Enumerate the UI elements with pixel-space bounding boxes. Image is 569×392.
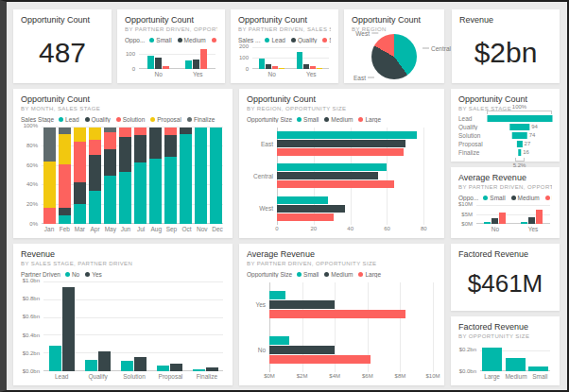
tile-revenue-card[interactable]: Revenue $2bn	[452, 9, 560, 83]
legend-item[interactable]: Large	[212, 37, 217, 43]
funnel-bar[interactable]	[516, 141, 522, 147]
legend-item[interactable]: Qualify	[291, 37, 317, 43]
tile-opportunity-count-card[interactable]: Opportunity Count 487	[13, 9, 112, 83]
legend-item[interactable]: Qualify	[85, 116, 111, 123]
bar[interactable]	[269, 346, 335, 354]
stack-segment[interactable]	[210, 128, 222, 224]
bar[interactable]	[297, 52, 302, 69]
bar[interactable]	[269, 355, 371, 364]
bar[interactable]	[277, 180, 394, 188]
stack-segment[interactable]	[74, 204, 86, 224]
bar[interactable]	[49, 346, 61, 371]
stack-segment[interactable]	[164, 157, 177, 224]
bar[interactable]	[259, 59, 265, 69]
tile-opp-count-region-size[interactable]: Opportunity Count BY REGION, OPPORTUNITY…	[239, 89, 444, 238]
stack-segment[interactable]	[134, 162, 147, 224]
stack-segment[interactable]	[43, 162, 56, 208]
bar[interactable]	[303, 64, 309, 69]
bar[interactable]	[317, 68, 322, 69]
legend-item[interactable]: Lead	[59, 116, 78, 123]
bar[interactable]	[193, 60, 199, 69]
bar[interactable]	[157, 366, 169, 371]
legend-item[interactable]: Finalize	[187, 116, 215, 123]
stack-segment[interactable]	[119, 137, 131, 172]
tile-opp-count-partner-stage[interactable]: Opportunity Count BY PARTNER DRIVEN, SAL…	[231, 9, 338, 83]
legend-item[interactable]: Large	[358, 116, 381, 123]
bar[interactable]	[185, 60, 192, 69]
stack-segment[interactable]	[89, 128, 101, 140]
stack-segment[interactable]	[164, 135, 177, 156]
bar[interactable]	[121, 361, 133, 371]
bar[interactable]	[528, 217, 535, 224]
bar[interactable]	[170, 364, 182, 371]
stack-segment[interactable]	[119, 172, 131, 224]
bar[interactable]	[277, 213, 334, 221]
stack-segment[interactable]	[43, 128, 56, 162]
bar[interactable]	[277, 140, 405, 147]
legend-item[interactable]: Proposal	[150, 116, 181, 123]
bar[interactable]	[482, 348, 502, 371]
legend-item[interactable]: No	[65, 271, 79, 278]
tile-opp-count-stage-funnel[interactable]: Opportunity Count BY SALES STAGE 100%Lea…	[451, 89, 560, 162]
funnel-bar[interactable]	[518, 149, 521, 156]
legend-item[interactable]: Yes	[85, 271, 102, 278]
stack-segment[interactable]	[104, 132, 116, 149]
bar[interactable]	[62, 287, 75, 371]
stack-segment[interactable]	[43, 208, 56, 224]
legend-item[interactable]: Small	[297, 116, 319, 123]
bar[interactable]	[163, 66, 169, 69]
tile-factored-revenue-card[interactable]: Factored Revenue $461M	[451, 244, 560, 311]
stack-segment[interactable]	[119, 128, 131, 137]
legend-item[interactable]: Medium	[511, 195, 540, 201]
stack-segment[interactable]	[74, 182, 86, 203]
tile-opp-count-month-stage[interactable]: Opportunity Count BY MONTH, SALES STAGE …	[13, 89, 233, 238]
bar[interactable]	[269, 291, 285, 299]
bar[interactable]	[277, 172, 378, 179]
legend-item[interactable]: Small	[149, 37, 171, 43]
bar[interactable]	[269, 336, 289, 345]
stack-segment[interactable]	[180, 128, 192, 134]
bar[interactable]	[98, 351, 111, 371]
bar[interactable]	[536, 210, 543, 224]
pie-chart[interactable]	[371, 34, 417, 79]
legend-item[interactable]: Solution	[116, 116, 146, 123]
tile-opp-count-region-pie[interactable]: Opportunity Count BY REGION CentralEastW…	[344, 9, 444, 83]
stack-segment[interactable]	[134, 135, 147, 162]
bar[interactable]	[279, 68, 284, 69]
stack-segment[interactable]	[59, 215, 71, 224]
bar[interactable]	[277, 196, 328, 204]
bar[interactable]	[277, 131, 417, 139]
bar[interactable]	[155, 58, 162, 69]
bar[interactable]	[277, 148, 404, 156]
funnel-bar[interactable]	[511, 132, 527, 139]
legend-item[interactable]: Large	[545, 195, 552, 201]
stack-segment[interactable]	[74, 128, 86, 142]
funnel-bar[interactable]	[487, 115, 552, 122]
legend-item[interactable]: Small	[297, 271, 319, 278]
stack-segment[interactable]	[134, 128, 147, 135]
stack-segment[interactable]	[89, 140, 101, 154]
bar[interactable]	[134, 357, 147, 371]
stack-segment[interactable]	[180, 134, 192, 224]
bar[interactable]	[310, 66, 316, 69]
stack-segment[interactable]	[164, 128, 177, 135]
bar[interactable]	[521, 222, 527, 224]
stack-segment[interactable]	[89, 155, 101, 192]
tile-avg-revenue-partner-size-bar[interactable]: Average Revenue BY PARTNER DRIVEN, OPPOR…	[239, 244, 444, 385]
bar[interactable]	[528, 366, 548, 371]
bar[interactable]	[484, 222, 491, 224]
tile-revenue-stage-partner[interactable]: Revenue BY SALES STAGE, PARTNER DRIVEN P…	[13, 244, 233, 385]
stack-segment[interactable]	[74, 142, 86, 182]
bar[interactable]	[506, 358, 526, 371]
stack-segment[interactable]	[195, 128, 207, 224]
stack-segment[interactable]	[149, 128, 162, 159]
tile-factored-revenue-size[interactable]: Factored Revenue BY OPPORTUNITY SIZE $0.…	[451, 316, 560, 385]
stack-segment[interactable]	[104, 176, 116, 224]
bar[interactable]	[147, 56, 154, 69]
stack-segment[interactable]	[59, 134, 71, 164]
tile-opp-count-partner-size[interactable]: Opportunity Count BY PARTNER DRIVEN, OPP…	[117, 9, 225, 83]
stack-segment[interactable]	[59, 208, 71, 215]
bar[interactable]	[491, 218, 498, 224]
bar[interactable]	[277, 205, 345, 213]
funnel-bar[interactable]	[509, 124, 529, 130]
